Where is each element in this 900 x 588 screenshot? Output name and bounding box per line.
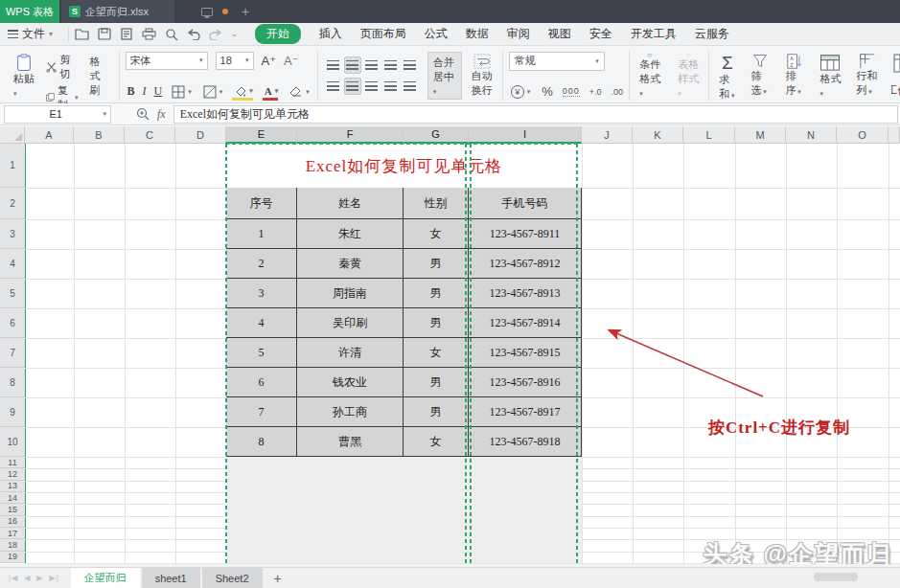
menu-tab-安全[interactable]: 安全	[589, 26, 612, 42]
name-box[interactable]: E1 ▾	[4, 105, 111, 124]
table-cell[interactable]: 许清	[297, 338, 404, 368]
shading-button[interactable]: ▾	[201, 84, 225, 100]
next-sheet-icon[interactable]: ▶	[36, 574, 42, 582]
decrease-indent-button[interactable]	[382, 57, 400, 74]
column-header-F[interactable]: F	[297, 126, 404, 144]
table-cell[interactable]: 秦黄	[297, 249, 404, 279]
table-cell[interactable]: 123-4567-8912	[469, 249, 582, 279]
last-sheet-icon[interactable]: ▶∣	[49, 574, 58, 582]
table-cell[interactable]: 8	[226, 427, 297, 457]
percent-button[interactable]: %	[542, 84, 553, 99]
open-icon[interactable]	[75, 28, 89, 40]
column-header-E[interactable]: E	[226, 126, 297, 144]
increase-decimal-button[interactable]: +.0	[589, 87, 602, 97]
table-cell[interactable]: 7	[226, 397, 297, 427]
paste-button[interactable]: 粘贴 ▾	[10, 52, 38, 100]
table-header-cell[interactable]: 姓名	[297, 188, 404, 219]
row-header-2[interactable]: 2	[0, 188, 25, 219]
table-cell[interactable]: 4	[226, 308, 297, 338]
menu-tab-页面布局[interactable]: 页面布局	[360, 26, 406, 42]
redo-icon[interactable]	[209, 29, 222, 40]
table-cell[interactable]: 钱农业	[297, 368, 404, 397]
format-painter-button[interactable]: 格式刷	[86, 52, 113, 100]
zoom-formula-icon[interactable]	[136, 107, 151, 121]
rows-columns-button[interactable]: 行和列 ▾	[852, 52, 883, 100]
underline-button[interactable]: U	[154, 84, 163, 99]
add-sheet-button[interactable]: +	[265, 568, 291, 588]
device-sync-icon[interactable]	[201, 8, 213, 16]
table-header-cell[interactable]: 序号	[226, 188, 297, 219]
table-cell[interactable]: 123-4567-8915	[469, 338, 582, 368]
align-bottom-button[interactable]	[363, 57, 381, 74]
worksheet-button[interactable]: 工作表	[891, 52, 900, 100]
table-cell[interactable]: 周指南	[297, 279, 404, 308]
borders-button[interactable]: ▾	[170, 84, 194, 100]
table-header-cell[interactable]: 性别	[404, 188, 469, 219]
table-cell[interactable]: 123-4567-8917	[469, 397, 582, 427]
table-cell[interactable]: 吴印刷	[297, 308, 404, 338]
column-header-K[interactable]: K	[633, 126, 683, 144]
sort-button[interactable]: AZ 排序 ▾	[781, 52, 808, 100]
number-format-select[interactable]: 常规▾	[509, 52, 605, 71]
menu-tab-开发工具[interactable]: 开发工具	[631, 26, 677, 42]
table-cell[interactable]: 123-4567-8914	[469, 308, 582, 338]
table-header-cell[interactable]: 手机号码	[469, 188, 582, 219]
column-header-O[interactable]: O	[837, 126, 888, 144]
row-header-19[interactable]: 19	[0, 552, 25, 563]
sheet-tab-sheet1[interactable]: sheet1	[142, 568, 200, 588]
column-header-partial[interactable]	[888, 126, 900, 144]
column-header-M[interactable]: M	[735, 126, 786, 144]
row-header-11[interactable]: 11	[0, 457, 25, 468]
table-cell[interactable]: 男	[404, 308, 469, 338]
column-header-I[interactable]: I	[469, 126, 582, 144]
select-all-corner[interactable]	[0, 126, 25, 144]
bold-button[interactable]: B	[127, 84, 135, 99]
export-icon[interactable]	[120, 28, 133, 40]
row-header-7[interactable]: 7	[0, 338, 25, 368]
column-header-A[interactable]: A	[25, 126, 74, 144]
align-top-button[interactable]	[325, 57, 342, 74]
menu-tab-云服务[interactable]: 云服务	[695, 26, 729, 42]
horizontal-scrollbar-thumb[interactable]	[814, 573, 858, 581]
menu-tab-数据[interactable]: 数据	[466, 26, 489, 42]
clear-format-button[interactable]: ▾	[288, 85, 312, 99]
row-header-16[interactable]: 16	[0, 516, 25, 528]
column-header-C[interactable]: C	[125, 126, 175, 144]
table-cell[interactable]: 2	[226, 249, 297, 279]
row-header-13[interactable]: 13	[0, 481, 25, 492]
currency-button[interactable]: ¥▾	[509, 84, 533, 100]
column-header-L[interactable]: L	[683, 126, 735, 144]
cut-button[interactable]: 剪切	[44, 52, 81, 82]
file-menu-button[interactable]: 文件 ▾	[0, 26, 62, 42]
app-logo[interactable]: WPS 表格	[0, 0, 59, 23]
print-icon[interactable]	[142, 28, 156, 40]
insert-function-icon[interactable]: fx	[157, 107, 166, 122]
first-sheet-icon[interactable]: ∣◀	[8, 574, 17, 582]
menu-tab-视图[interactable]: 视图	[548, 26, 571, 42]
table-cell[interactable]: 123-4567-8913	[469, 279, 582, 308]
row-header-4[interactable]: 4	[0, 249, 25, 279]
fill-color-button[interactable]: ▾	[232, 85, 255, 98]
row-header-14[interactable]: 14	[0, 492, 25, 504]
menu-tab-开始[interactable]: 开始	[255, 24, 301, 44]
table-cell[interactable]: 5	[226, 338, 297, 368]
save-icon[interactable]	[98, 28, 111, 40]
row-header-9[interactable]: 9	[0, 397, 25, 427]
row-header-5[interactable]: 5	[0, 279, 25, 308]
table-cell[interactable]: 3	[226, 279, 297, 308]
table-cell[interactable]: 男	[404, 397, 469, 427]
table-cell[interactable]: 6	[226, 368, 297, 397]
row-header-17[interactable]: 17	[0, 528, 25, 539]
align-left-button[interactable]	[325, 78, 342, 95]
column-header-N[interactable]: N	[786, 126, 837, 144]
increase-indent-button[interactable]	[402, 57, 419, 74]
column-header-B[interactable]: B	[74, 126, 125, 144]
decrease-decimal-button[interactable]: .00	[612, 87, 624, 97]
column-header-G[interactable]: G	[404, 126, 469, 144]
table-cell[interactable]: 123-4567-8916	[469, 368, 582, 397]
shrink-font-button[interactable]: A⁻	[284, 54, 299, 68]
table-cell[interactable]: 123-4567-8911	[469, 219, 582, 249]
sheet-nav-arrows[interactable]: ∣◀ ◀ ▶ ▶∣	[0, 568, 71, 588]
table-cell[interactable]: 朱红	[297, 219, 404, 249]
align-middle-button[interactable]	[344, 57, 361, 74]
